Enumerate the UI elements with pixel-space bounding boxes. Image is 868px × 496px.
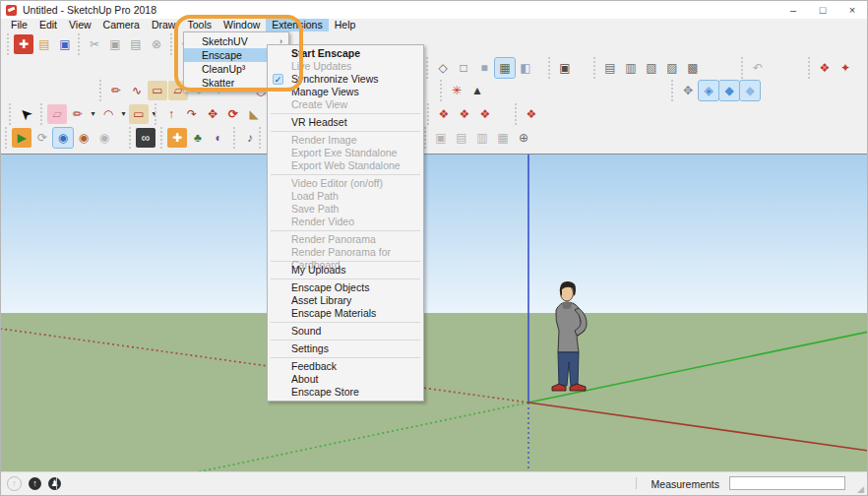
enscape-objects-button[interactable]: ✚: [167, 128, 187, 148]
enscape-store-button[interactable]: ⊕: [514, 128, 533, 148]
erase-button[interactable]: ⊗: [147, 34, 166, 54]
maximize-button[interactable]: □: [808, 1, 837, 19]
save-model-button[interactable]: ▣: [55, 34, 75, 54]
start-enscape-button[interactable]: ▶: [12, 128, 31, 148]
menu-item-render-video[interactable]: Render Video: [268, 216, 423, 228]
component-tool-button-2[interactable]: ❖: [455, 104, 474, 124]
geolocation-icon[interactable]: ↑: [7, 476, 22, 491]
menu-tools[interactable]: Tools: [181, 19, 217, 31]
cut-button[interactable]: ✂: [85, 34, 104, 54]
menu-item-render-image[interactable]: Render Image: [268, 134, 423, 147]
move-tool-button[interactable]: ✥: [203, 104, 222, 124]
push-pull-tool-button[interactable]: ↑: [161, 104, 181, 124]
menu-help[interactable]: Help: [329, 19, 362, 31]
subtract-solids-button[interactable]: ▨: [662, 58, 682, 78]
measurements-input[interactable]: [729, 476, 845, 490]
shaded-style-button[interactable]: ■: [474, 58, 494, 78]
menu-item-live-updates[interactable]: Live Updates: [268, 60, 423, 73]
eraser-tool-button[interactable]: ▱: [47, 104, 67, 124]
outer-shell-button[interactable]: ▤: [600, 58, 620, 78]
menu-item-settings[interactable]: Settings: [268, 342, 423, 355]
menu-item-start-enscape[interactable]: Start Enscape: [268, 47, 423, 60]
paste-button[interactable]: ▤: [126, 34, 146, 54]
render-video-button[interactable]: ▦: [493, 128, 513, 148]
menu-item-vr-headset[interactable]: VR Headset: [268, 116, 423, 129]
red-tool-button-2[interactable]: ✦: [836, 58, 855, 78]
create-view-button[interactable]: ◉: [94, 128, 114, 148]
load-path-button[interactable]: ▤: [452, 128, 471, 148]
component-tool-button-3[interactable]: ❖: [475, 104, 495, 124]
add-location-button[interactable]: ▲: [467, 81, 487, 100]
menu-item-enscape-objects[interactable]: Enscape Objects: [268, 281, 423, 294]
menu-extensions[interactable]: Extensions: [266, 19, 328, 31]
monochrome-style-button[interactable]: ◧: [516, 58, 535, 78]
enscape-materials-button[interactable]: ◐: [209, 128, 228, 148]
trim-solids-button[interactable]: ▩: [683, 58, 703, 78]
menu-item-sound[interactable]: Sound: [268, 325, 423, 338]
arc-tool-dropdown-button[interactable]: ◠: [98, 104, 118, 124]
asset-library-button[interactable]: ♣: [188, 128, 208, 148]
sound-button[interactable]: ♪: [240, 128, 260, 148]
freehand-tool-button[interactable]: ∿: [127, 81, 147, 100]
menu-item-manage-views[interactable]: Manage Views: [268, 86, 423, 98]
intersect-solids-button[interactable]: ▥: [621, 58, 641, 78]
menu-file[interactable]: File: [5, 19, 33, 31]
save-path-button[interactable]: ▥: [472, 128, 492, 148]
line-tool-button[interactable]: ✏: [106, 81, 126, 100]
menu-item-asset-library[interactable]: Asset Library: [268, 294, 423, 307]
rectangle-tool-button[interactable]: ▭: [148, 81, 167, 100]
line-tool-dropdown-button[interactable]: ✏: [68, 104, 88, 124]
display-section-cuts-button[interactable]: ◆: [719, 81, 739, 100]
live-updates-button[interactable]: ⟳: [32, 128, 52, 148]
follow-me-tool-button[interactable]: ↷: [182, 104, 202, 124]
person-figure[interactable]: [542, 279, 607, 396]
vr-headset-button[interactable]: ∞: [136, 128, 155, 148]
component-tool-button-4[interactable]: ❖: [522, 104, 541, 124]
xray-style-button[interactable]: ◇: [433, 58, 453, 78]
rotate-tool-button[interactable]: ⟳: [223, 104, 243, 124]
menu-item-about[interactable]: About: [268, 373, 423, 386]
video-editor-button[interactable]: ▣: [431, 128, 451, 148]
section-plane-button[interactable]: ✥: [678, 81, 698, 100]
union-solids-button[interactable]: ▧: [642, 58, 661, 78]
menu-item-save-path[interactable]: Save Path: [268, 203, 423, 216]
resize-grip-icon[interactable]: ◢: [857, 484, 864, 494]
synchronize-views-button[interactable]: ◉: [53, 128, 73, 148]
menu-item-render-panorama-for-cardboard[interactable]: Render Panorama for Cardboard: [268, 246, 423, 259]
menu-window[interactable]: Window: [217, 19, 266, 31]
manage-views-button[interactable]: ◉: [74, 128, 93, 148]
line-tool-caret[interactable]: ▾: [89, 104, 97, 124]
scale-tool-button[interactable]: ◣: [244, 104, 264, 124]
menu-item-create-view[interactable]: Create View: [268, 98, 423, 111]
menu-item-enscape-store[interactable]: Enscape Store: [268, 386, 423, 399]
open-model-button[interactable]: ▤: [34, 34, 54, 54]
shaded-textures-style-button[interactable]: ▦: [495, 58, 515, 78]
close-button[interactable]: ×: [837, 1, 867, 19]
copy-button[interactable]: ▣: [105, 34, 125, 54]
display-section-planes-button[interactable]: ◈: [699, 81, 718, 100]
minimize-button[interactable]: –: [778, 1, 808, 19]
menu-item-load-path[interactable]: Load Path: [268, 190, 423, 203]
new-model-button[interactable]: ✚: [14, 34, 33, 54]
menu-camera[interactable]: Camera: [97, 19, 146, 31]
red-tool-button-1[interactable]: ❖: [815, 58, 835, 78]
credits-icon[interactable]: ↑: [29, 477, 41, 490]
menu-item-export-web-standalone[interactable]: Export Web Standalone: [268, 159, 423, 172]
component-tool-button-1[interactable]: ❖: [434, 104, 454, 124]
select-tool-button[interactable]: ➤: [12, 100, 39, 128]
axes-tool-button[interactable]: ✳: [447, 81, 466, 100]
shape-tool-dropdown-button[interactable]: ▭: [129, 104, 149, 124]
drawing-canvas[interactable]: [1, 154, 867, 475]
menu-item-video-editor-on-off[interactable]: Video Editor (on/off): [268, 177, 423, 190]
menu-draw[interactable]: Draw: [146, 19, 182, 31]
undo-small-button[interactable]: ↶: [748, 58, 768, 78]
back-edges-style-button[interactable]: ▣: [555, 58, 575, 78]
display-section-fill-button[interactable]: ◆: [740, 81, 760, 100]
menu-item-enscape-materials[interactable]: Enscape Materials: [268, 307, 423, 320]
menu-item-render-panorama[interactable]: Render Panorama: [268, 233, 423, 246]
menu-item-my-uploads[interactable]: My Uploads: [268, 264, 423, 277]
menu-item-export-exe-standalone[interactable]: Export Exe Standalone: [268, 147, 423, 159]
menu-item-feedback[interactable]: Feedback: [268, 360, 423, 373]
menu-view[interactable]: View: [63, 19, 97, 31]
menu-item-synchronize-views[interactable]: Synchronize Views✓: [268, 73, 423, 86]
